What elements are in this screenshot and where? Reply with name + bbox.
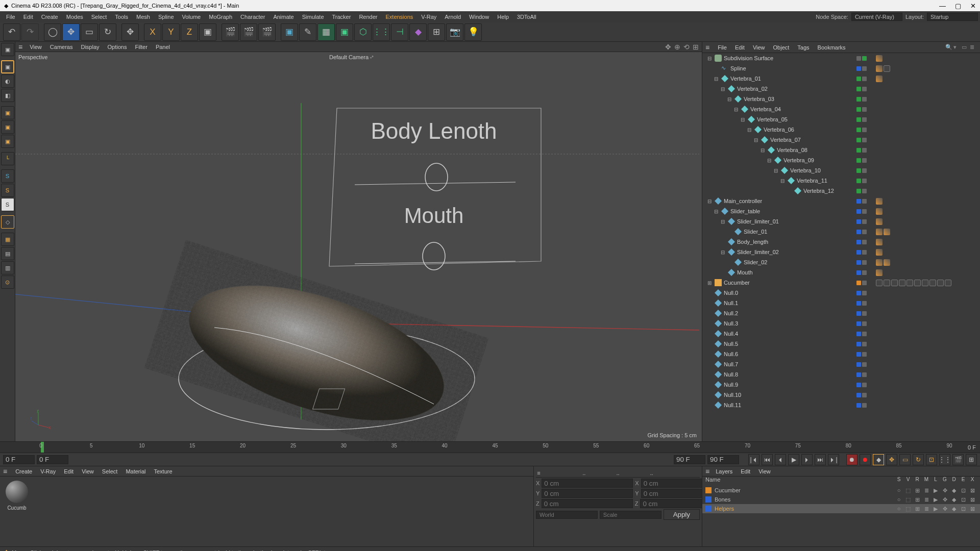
visibility-dot[interactable] xyxy=(862,148,867,153)
perspective-viewport[interactable]: Perspective Default Camera ▫° xyxy=(15,52,702,441)
expander-icon[interactable]: ⊟ xyxy=(766,158,772,163)
layer-toggle[interactable]: ⊠ xyxy=(968,506,977,512)
object-tag[interactable] xyxy=(929,280,936,286)
prev-frame-button[interactable]: ⏴ xyxy=(775,454,786,465)
vpmenu-display[interactable]: Display xyxy=(77,44,103,50)
maximize-button[interactable]: ▢ xyxy=(955,2,961,10)
layers-menu-icon[interactable]: ≡ xyxy=(705,467,709,475)
visibility-dot[interactable] xyxy=(856,189,861,193)
vpmenu-filter[interactable]: Filter xyxy=(131,44,151,50)
viewport-solo2-button[interactable]: S xyxy=(1,184,14,197)
hierarchy-item[interactable]: Null.6 xyxy=(702,349,980,359)
menu-file[interactable]: File xyxy=(2,13,19,21)
object-tag[interactable] xyxy=(876,280,883,286)
next-key-button[interactable]: ⏭ xyxy=(815,454,826,465)
laymenu-edit[interactable]: Edit xyxy=(737,467,754,475)
hierarchy-item[interactable]: Null.1 xyxy=(702,298,980,308)
visibility-dot[interactable] xyxy=(856,138,861,142)
menu-extensions[interactable]: Extensions xyxy=(381,13,417,21)
x-axis-button[interactable]: X xyxy=(144,23,161,41)
object-tag[interactable] xyxy=(884,229,890,235)
hierarchy-item[interactable]: Vertebra_12 xyxy=(702,186,980,196)
visibility-dot[interactable] xyxy=(856,56,861,61)
matmenu-select[interactable]: Select xyxy=(98,467,122,475)
environment-button[interactable]: ⊞ xyxy=(428,23,445,41)
light-button[interactable]: 💡 xyxy=(464,23,482,41)
more-tools-button[interactable]: ⊙ xyxy=(1,276,14,289)
object-tag[interactable] xyxy=(876,239,883,245)
objmenu-bookmarks[interactable]: Bookmarks xyxy=(814,43,850,52)
visibility-dot[interactable] xyxy=(862,87,867,91)
menu-arnold[interactable]: Arnold xyxy=(440,13,465,21)
visibility-dot[interactable] xyxy=(856,311,861,316)
visibility-dot[interactable] xyxy=(862,209,867,214)
planar-workplane-button[interactable]: ▥ xyxy=(1,261,14,274)
objmenu-file[interactable]: File xyxy=(714,43,731,52)
cube-primitive-button[interactable]: ▣ xyxy=(281,23,298,41)
matmenu-view[interactable]: View xyxy=(78,467,98,475)
layer-toggle[interactable]: ≣ xyxy=(922,496,931,503)
hierarchy-item[interactable]: ⊟Slider_limiter_01 xyxy=(702,216,980,227)
hierarchy-item[interactable]: ⊟Vertebra_07 xyxy=(702,135,980,145)
layer-toggle[interactable]: ⊡ xyxy=(959,506,968,512)
hierarchy-item[interactable]: Null.3 xyxy=(702,318,980,329)
menu-mesh[interactable]: Mesh xyxy=(132,13,154,21)
matmenu-edit[interactable]: Edit xyxy=(60,467,78,475)
visibility-dot[interactable] xyxy=(856,128,861,132)
object-tag[interactable] xyxy=(876,208,883,215)
visibility-dot[interactable] xyxy=(862,56,867,61)
visibility-dot[interactable] xyxy=(856,342,861,346)
object-tag[interactable] xyxy=(876,55,883,62)
model-mode-button[interactable]: ▣ xyxy=(1,60,14,73)
visibility-dot[interactable] xyxy=(862,372,867,377)
viewport-menu-icon[interactable]: ≡ xyxy=(18,43,22,51)
visibility-dot[interactable] xyxy=(862,260,867,265)
visibility-dot[interactable] xyxy=(862,383,867,387)
record-button[interactable]: ⏺ xyxy=(846,454,857,465)
layer-toggle[interactable]: ⬚ xyxy=(903,506,913,512)
mat-menu-icon[interactable]: ≡ xyxy=(3,467,7,475)
visibility-dot[interactable] xyxy=(862,240,867,244)
motion-clip-button[interactable]: 🎬 xyxy=(952,454,964,465)
menu-volume[interactable]: Volume xyxy=(178,13,205,21)
visibility-dot[interactable] xyxy=(862,97,867,102)
visibility-dot[interactable] xyxy=(856,260,861,265)
menu-animate[interactable]: Animate xyxy=(269,13,298,21)
field-button[interactable]: ⊣ xyxy=(391,23,408,41)
visibility-dot[interactable] xyxy=(856,209,861,214)
hierarchy-item[interactable]: ∿Spline xyxy=(702,63,980,73)
render-region-button[interactable]: 🎬 xyxy=(240,23,257,41)
visibility-dot[interactable] xyxy=(862,168,867,173)
object-tag[interactable] xyxy=(876,269,883,276)
texture-mode-button[interactable]: ◐ xyxy=(1,74,14,88)
expander-icon[interactable]: ⊟ xyxy=(706,56,713,61)
hierarchy-item[interactable]: Null.4 xyxy=(702,329,980,339)
viewport-solo-button[interactable]: S xyxy=(1,169,14,183)
polygons-mode-button[interactable]: ▣ xyxy=(1,135,14,148)
layer-toggle[interactable]: ▶ xyxy=(931,487,940,494)
visibility-dot[interactable] xyxy=(862,311,867,316)
expander-icon[interactable]: ⊞ xyxy=(706,280,713,286)
hierarchy-item[interactable]: ⊟Vertebra_09 xyxy=(702,155,980,165)
visibility-dot[interactable] xyxy=(856,87,861,91)
hierarchy-item[interactable]: ⊟Slider_table xyxy=(702,206,980,216)
visibility-dot[interactable] xyxy=(856,332,861,336)
y-axis-button[interactable]: Y xyxy=(162,23,180,41)
expander-icon[interactable]: ⊟ xyxy=(753,137,759,143)
visibility-dot[interactable] xyxy=(856,291,861,295)
visibility-dot[interactable] xyxy=(856,372,861,377)
object-tag[interactable] xyxy=(876,249,883,256)
object-tag[interactable] xyxy=(937,280,944,286)
menu-spline[interactable]: Spline xyxy=(154,13,178,21)
z-axis-button[interactable]: Z xyxy=(181,23,198,41)
layer-toggle[interactable]: ⊠ xyxy=(968,487,977,494)
timeline-settings-button[interactable]: ⊞ xyxy=(966,454,977,465)
visibility-dot[interactable] xyxy=(856,168,861,173)
coord-scale-dropdown[interactable]: Scale xyxy=(600,511,662,519)
menu-mograph[interactable]: MoGraph xyxy=(205,13,236,21)
last-tool[interactable]: ✥ xyxy=(121,23,139,41)
layer-toggle[interactable]: ▶ xyxy=(931,496,940,503)
visibility-dot[interactable] xyxy=(862,179,867,183)
object-tag[interactable] xyxy=(891,280,898,286)
layer-row[interactable]: Helpers○⬚⊞≣▶✥◆⊡⊠ xyxy=(702,504,980,513)
